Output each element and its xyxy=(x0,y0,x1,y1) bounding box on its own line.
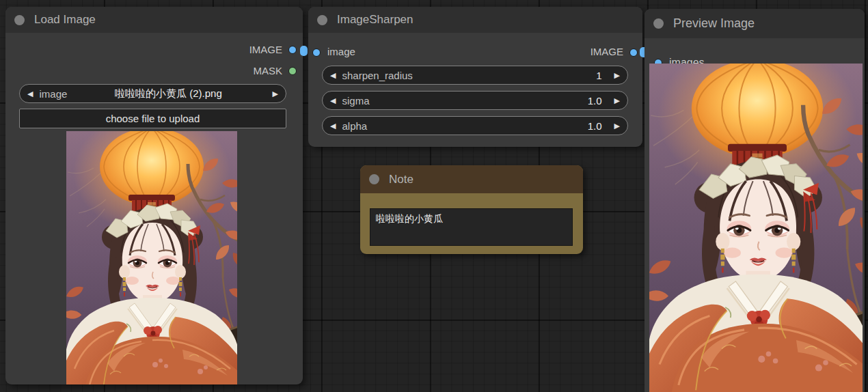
load-image-node[interactable]: Load Image IMAGE MASK ◀ image 啦啦啦的小黄瓜 (2… xyxy=(5,7,303,384)
node-title-dot-icon[interactable] xyxy=(14,15,25,25)
widget-increment-icon[interactable]: ▶ xyxy=(614,72,620,79)
output-label-image: IMAGE xyxy=(249,44,282,55)
alpha-widget[interactable]: ◀ alpha 1.0 ▶ xyxy=(322,116,628,135)
widget-increment-icon[interactable]: ▶ xyxy=(614,122,620,130)
sharpen-radius-widget[interactable]: ◀ sharpen_radius 1 ▶ xyxy=(322,66,628,85)
output-slot-mask[interactable] xyxy=(288,67,297,75)
combo-label: image xyxy=(39,88,67,100)
sigma-widget[interactable]: ◀ sigma 1.0 ▶ xyxy=(322,91,628,110)
widget-increment-icon[interactable]: ▶ xyxy=(614,97,620,104)
note-node[interactable]: Note 啦啦啦的小黄瓜 xyxy=(360,165,583,254)
widget-decrement-icon[interactable]: ◀ xyxy=(330,72,336,79)
combo-increment-icon[interactable]: ▶ xyxy=(273,90,278,98)
portrait-artwork xyxy=(649,64,863,392)
output-slot-image[interactable] xyxy=(288,46,297,54)
widget-value[interactable]: 1.0 xyxy=(588,95,602,107)
preview-image-output xyxy=(649,64,863,392)
choose-file-button[interactable]: choose file to upload xyxy=(19,109,286,128)
load-image-preview xyxy=(66,131,237,384)
load-image-node-header[interactable]: Load Image xyxy=(5,7,303,33)
widget-name: sharpen_radius xyxy=(342,70,412,81)
note-node-header[interactable]: Note xyxy=(360,165,583,193)
widget-decrement-icon[interactable]: ◀ xyxy=(330,122,336,130)
link-image-to-sharpen xyxy=(300,46,308,56)
output-label-mask: MASK xyxy=(253,65,282,76)
image-sharpen-node[interactable]: ImageSharpen image IMAGE ◀ sharpen_radiu… xyxy=(308,7,642,147)
output-label-image: IMAGE xyxy=(591,46,623,57)
widget-name: sigma xyxy=(342,95,369,107)
preview-image-node-header[interactable]: Preview Image xyxy=(645,9,865,38)
node-title: Preview Image xyxy=(673,16,755,31)
combo-decrement-icon[interactable]: ◀ xyxy=(27,90,33,98)
graph-canvas[interactable]: { "icons": { "arrow_left": "◀", "arrow_r… xyxy=(0,0,868,392)
node-title-dot-icon[interactable] xyxy=(653,18,664,29)
widget-name: alpha xyxy=(342,120,367,132)
image-sharpen-node-header[interactable]: ImageSharpen xyxy=(308,7,642,33)
widget-value[interactable]: 1 xyxy=(596,70,601,81)
node-title: ImageSharpen xyxy=(337,13,413,27)
widget-value[interactable]: 1.0 xyxy=(588,120,602,132)
portrait-artwork xyxy=(66,131,237,384)
input-slot-image[interactable] xyxy=(312,48,321,57)
widget-decrement-icon[interactable]: ◀ xyxy=(330,97,336,104)
input-label-image: image xyxy=(327,46,355,57)
node-title: Load Image xyxy=(34,13,96,27)
combo-value[interactable]: 啦啦啦的小黄瓜 (2).png xyxy=(67,87,272,100)
node-title-dot-icon[interactable] xyxy=(369,174,379,184)
output-slot-image[interactable] xyxy=(629,48,638,57)
node-title: Note xyxy=(389,173,413,186)
node-title-dot-icon[interactable] xyxy=(317,15,327,25)
note-text-area[interactable]: 啦啦啦的小黄瓜 xyxy=(370,208,573,246)
image-combo-widget[interactable]: ◀ image 啦啦啦的小黄瓜 (2).png ▶ xyxy=(19,84,286,103)
preview-image-node[interactable]: Preview Image images xyxy=(645,9,865,392)
